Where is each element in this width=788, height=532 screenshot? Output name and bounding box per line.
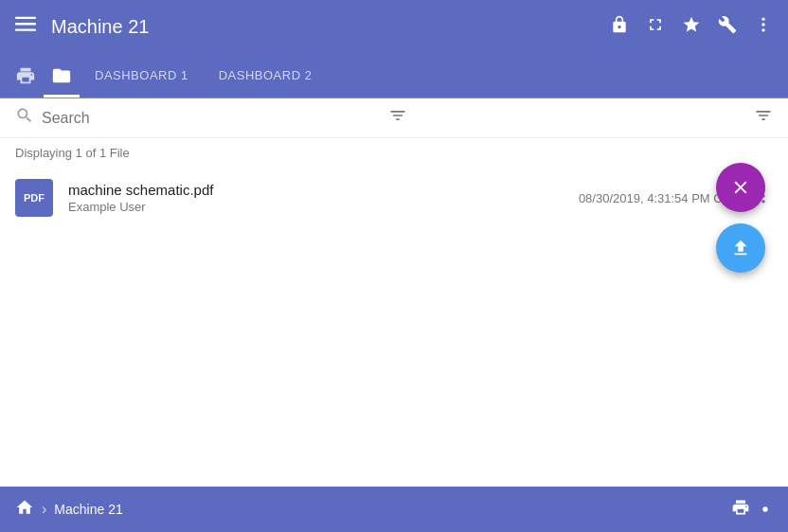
star-icon[interactable] [682,15,701,39]
header-actions [610,15,773,39]
svg-point-4 [761,23,764,26]
file-name: machine schematic.pdf [68,182,579,198]
tab-bar: DASHBOARD 1 DASHBOARD 2 [0,53,788,98]
table-row[interactable]: PDF machine schematic.pdf Example User 0… [0,171,788,224]
svg-rect-2 [15,29,36,31]
svg-point-5 [761,28,764,31]
status-text: Displaying 1 of 1 File [0,138,788,171]
svg-point-8 [761,200,764,203]
wrench-icon[interactable] [718,15,737,39]
fab-close-button[interactable] [716,163,765,212]
fab-upload-button[interactable] [716,223,765,273]
breadcrumb-bar: › Machine 21 [0,487,788,532]
filter-icon-left[interactable] [388,106,407,130]
tab-dashboard1[interactable]: DASHBOARD 1 [80,53,204,98]
page-title: Machine 21 [51,16,610,38]
lock-icon[interactable] [610,15,629,39]
svg-point-3 [761,17,764,20]
top-bar: Machine 21 [0,0,788,53]
file-info: machine schematic.pdf Example User [68,182,579,214]
pdf-icon: PDF [15,179,53,217]
filter-icon-right[interactable] [754,106,773,130]
breadcrumb-chevron-icon: › [42,501,46,518]
svg-point-9 [762,506,767,511]
breadcrumb-action-icon[interactable] [731,498,773,522]
search-icon [15,106,34,130]
breadcrumb-home-icon[interactable] [15,498,34,522]
more-icon[interactable] [754,15,773,39]
tab-folder[interactable] [44,53,80,98]
content-area: Displaying 1 of 1 File PDF machine schem… [0,98,788,487]
tab-print[interactable] [8,53,44,98]
menu-icon[interactable] [15,13,36,40]
search-input[interactable] [42,110,388,127]
svg-rect-1 [15,23,36,25]
search-row [0,98,788,138]
file-date: 08/30/2019, 4:31:54 PM CDT [579,191,739,205]
fullscreen-icon[interactable] [646,15,665,39]
tab-dashboard2[interactable]: DASHBOARD 2 [204,53,328,98]
svg-rect-0 [15,17,36,19]
file-user: Example User [68,200,579,214]
breadcrumb-current: Machine 21 [54,502,731,517]
